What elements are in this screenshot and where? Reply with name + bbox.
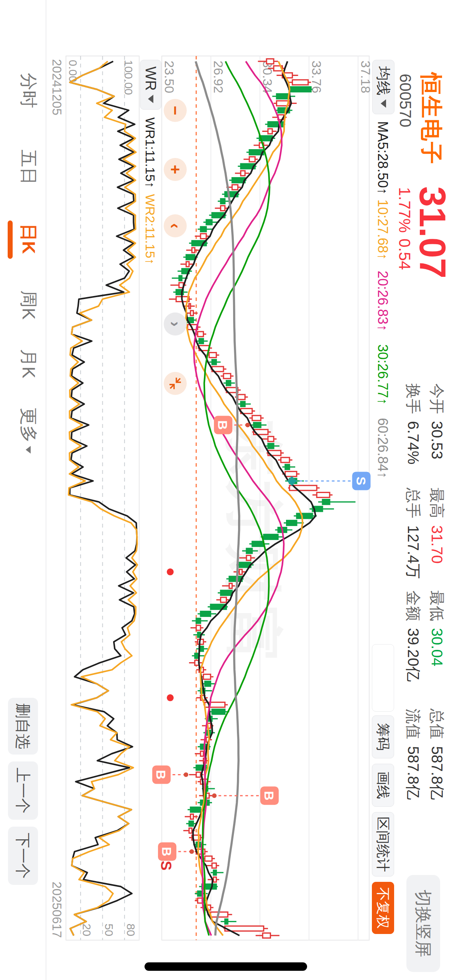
bottom-tab-bar: 分时 五日 日K 周K 月K 更多 删自选 上一个 下一个 xyxy=(0,0,46,980)
delete-watchlist-button[interactable]: 删自选 xyxy=(8,698,38,755)
svg-text:B: B xyxy=(215,420,230,430)
svg-text:50: 50 xyxy=(103,924,115,936)
svg-text:20241205: 20241205 xyxy=(50,59,64,115)
svg-text:S: S xyxy=(354,477,368,485)
svg-text:S: S xyxy=(158,861,174,870)
tab-monthly-k[interactable]: 月K xyxy=(16,349,40,378)
pan-left-button[interactable]: ‹ xyxy=(164,214,187,237)
kline-chart[interactable]: 东方财富37.1833.7630.3426.9223.50100.000.008… xyxy=(0,0,452,980)
home-indicator[interactable] xyxy=(145,962,307,971)
wr-lines xyxy=(69,61,138,936)
zoom-in-button[interactable]: + xyxy=(164,158,187,181)
tab-more[interactable]: 更多 xyxy=(16,408,40,454)
landscape-stock-screen: 恒生电子 31.07 600570 1.77% 0.54 今开30.53 最高3… xyxy=(0,0,452,980)
svg-text:B: B xyxy=(262,791,276,801)
axis-labels: 37.1833.7630.3426.9223.50100.000.0080502… xyxy=(50,59,373,938)
chevron-down-icon xyxy=(26,446,31,454)
tab-minute[interactable]: 分时 xyxy=(16,73,40,108)
chevron-left-icon: ‹ xyxy=(166,223,184,229)
collapse-icon xyxy=(169,377,182,390)
svg-text:37.18: 37.18 xyxy=(358,61,373,93)
svg-text:B: B xyxy=(159,847,174,857)
collapse-chart-button[interactable] xyxy=(164,372,187,395)
svg-text:26.92: 26.92 xyxy=(211,61,226,93)
active-tab-underline xyxy=(8,220,13,259)
wr-indicator-dropdown[interactable]: WR xyxy=(140,60,161,110)
svg-text:80: 80 xyxy=(125,924,137,936)
zoom-out-button[interactable]: − xyxy=(164,99,187,122)
svg-text:20: 20 xyxy=(81,924,93,936)
event-dots xyxy=(167,569,174,701)
svg-text:100.00: 100.00 xyxy=(122,60,135,95)
svg-text:23.50: 23.50 xyxy=(162,61,177,93)
wr1-value: WR1:11.15↑ xyxy=(143,117,158,188)
chevron-down-icon xyxy=(148,95,153,103)
svg-text:B: B xyxy=(154,770,168,779)
pan-right-button[interactable]: › xyxy=(164,312,187,335)
svg-text:20250617: 20250617 xyxy=(50,881,64,938)
plus-icon: + xyxy=(166,165,184,174)
tab-daily-k[interactable]: 日K xyxy=(16,224,40,254)
previous-stock-button[interactable]: 上一个 xyxy=(8,761,38,820)
chart-grid xyxy=(66,56,369,940)
tab-weekly-k[interactable]: 周K xyxy=(16,290,40,320)
tab-five-day[interactable]: 五日 xyxy=(16,150,40,185)
wr2-value: WR2:11.15↑ xyxy=(143,194,158,265)
next-stock-button[interactable]: 下一个 xyxy=(8,827,38,885)
chevron-right-icon: › xyxy=(166,321,184,327)
svg-text:30.34: 30.34 xyxy=(260,61,275,93)
minus-icon: − xyxy=(166,106,184,115)
